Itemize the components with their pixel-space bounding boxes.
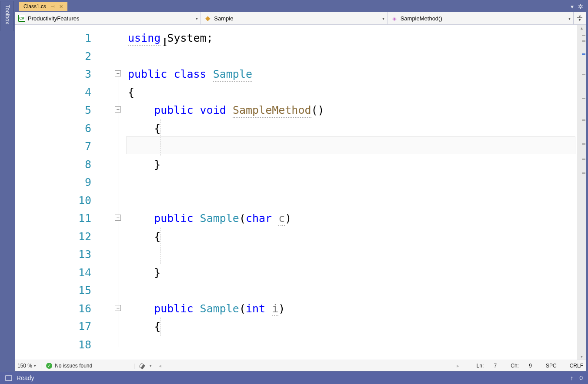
document-tab-bar: Class1.cs ⊣ ✕ ▾ ✲ [15,1,586,12]
line-number: 1 [15,29,91,47]
nav-prev-icon[interactable]: ◂ [159,363,161,369]
code-line[interactable] [128,245,577,264]
toolbox-panel-tab[interactable]: Toolbox [0,1,14,31]
line-number: 18 [15,336,91,354]
fold-toggle[interactable]: − [115,70,121,76]
line-ending-mode[interactable]: CRLF [570,363,583,369]
line-number: 4 [15,83,91,102]
tab-dropdown-arrow-icon[interactable]: ▾ [571,3,574,10]
chevron-down-icon: ▾ [196,16,198,21]
nav-next-icon[interactable]: ▸ [457,363,459,369]
code-line[interactable]: { [128,83,577,102]
scroll-down-arrow-icon[interactable]: ▾ [577,354,586,359]
window-icon [5,375,12,381]
char-value: 9 [529,363,532,369]
chevron-down-icon: ▾ [150,364,152,368]
code-line[interactable] [128,192,577,210]
line-number: 15 [15,281,91,300]
navigation-bar: C# ProductivityFeatures ▾ ◆ Sample ▾ ◈ S… [15,12,586,25]
line-number: 5 [15,101,91,119]
code-line[interactable]: { [128,228,577,246]
project-dropdown-label: ProductivityFeatures [28,15,80,22]
chevron-down-icon: ▾ [568,16,571,21]
code-line[interactable]: { [128,318,577,336]
line-number: 13 [15,245,91,264]
class-dropdown-label: Sample [214,15,233,22]
indent-mode[interactable]: SPC [546,363,557,369]
line-number-gutter: 1234567💡89101112131415161718 [15,25,94,360]
vertical-scrollbar[interactable]: ▴ ▾ [577,25,586,360]
code-line[interactable]: public class Sample [128,65,577,83]
check-circle-icon: ✓ [46,363,52,369]
line-number: 10 [15,192,91,210]
chevron-down-icon: ▾ [34,364,36,368]
scroll-up-arrow-icon[interactable]: ▴ [577,26,586,30]
code-line[interactable]: } [128,156,577,174]
status-text: Ready [17,374,34,381]
line-number: 11 [15,209,91,228]
fold-column[interactable]: −−−− [115,25,128,360]
code-line[interactable]: public void SampleMethod() [128,101,577,119]
line-number: 12 [15,228,91,246]
code-editor[interactable]: 1234567💡89101112131415161718 −−−− using … [15,25,586,360]
code-line[interactable]: } [128,264,577,282]
csharp-icon: C# [18,15,25,22]
code-line[interactable]: public Sample(char c) [128,209,577,228]
svg-rect-0 [6,376,12,381]
line-number: 9 [15,173,91,192]
class-icon: ◆ [204,15,211,22]
publish-arrow-icon[interactable]: ↑ [570,374,573,381]
line-number: 6 [15,119,91,138]
ide-status-bar: Ready ↑ 0 [0,372,588,384]
zoom-dropdown[interactable]: 150 % ▾ [17,363,36,369]
file-tab-active[interactable]: Class1.cs ⊣ ✕ [19,2,67,11]
clear-icon[interactable]: ◨ [138,361,147,370]
split-icon [576,15,583,22]
line-number: 2 [15,47,91,66]
scrollbar-markers [581,33,586,352]
gear-icon[interactable]: ✲ [578,3,583,10]
line-value: 7 [494,363,497,369]
current-line-highlight [126,136,575,154]
method-icon: ◈ [391,15,398,22]
split-window-button[interactable] [574,12,586,24]
zoom-value: 150 % [17,363,32,369]
editor-margin [94,25,115,360]
member-dropdown[interactable]: ◈ SampleMethod() ▾ [388,12,574,24]
close-icon[interactable]: ✕ [59,4,63,10]
code-line[interactable] [128,336,577,354]
code-line[interactable]: public Sample(int i) [128,300,577,318]
char-label: Ch: [511,363,519,369]
text-cursor-icon: I [163,34,167,49]
code-line[interactable] [128,47,577,66]
code-line[interactable]: using System; [128,29,577,47]
line-number: 17 [15,318,91,336]
publish-count: 0 [579,374,583,381]
code-area[interactable]: using System;public class Sample{ public… [128,25,577,360]
issues-text: No issues found [55,363,92,369]
editor-status-bar: 150 % ▾ | ✓ No issues found | ◨ ▾ ◂ ▸ Ln… [15,360,586,371]
pin-icon[interactable]: ⊣ [50,4,55,10]
line-number: 14 [15,264,91,282]
line-label: Ln: [477,363,484,369]
line-number: 16 [15,300,91,318]
line-number: 7 [15,137,91,156]
class-dropdown[interactable]: ◆ Sample ▾ [201,12,387,24]
issues-indicator[interactable]: ✓ No issues found [46,363,92,369]
code-line[interactable]: { [128,119,577,138]
code-line[interactable] [128,281,577,300]
line-number: 8 [15,156,91,174]
file-tab-label: Class1.cs [23,3,46,10]
line-number: 3 [15,65,91,83]
member-dropdown-label: SampleMethod() [401,15,442,22]
chevron-down-icon: ▾ [382,16,384,21]
code-line[interactable] [128,173,577,192]
project-dropdown[interactable]: C# ProductivityFeatures ▾ [15,12,201,24]
